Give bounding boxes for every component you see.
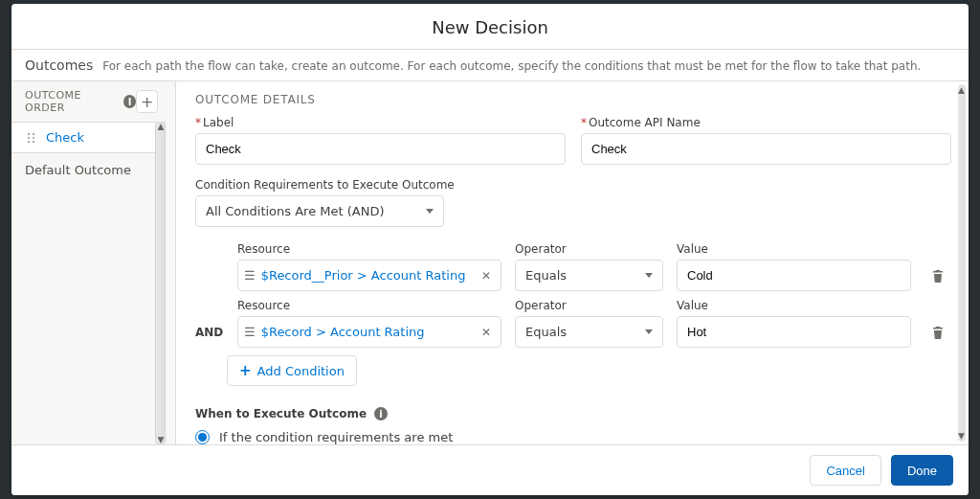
condition-req-combo[interactable]: All Conditions Are Met (AND) [195, 195, 444, 227]
execute-radio-1[interactable]: If the condition requirements are met [195, 430, 951, 444]
chevron-down-icon [426, 209, 434, 214]
outcome-details-panel: ▲ OUTCOME DETAILS *Label *Outcome API Na… [176, 81, 969, 444]
value-col-header-2: Value [677, 299, 911, 312]
radio-icon-checked[interactable] [195, 430, 210, 444]
add-condition-button[interactable]: + Add Condition [227, 355, 357, 386]
operator-combo-2[interactable]: Equals [515, 316, 663, 348]
modal-header: New Decision [11, 4, 969, 50]
resource-input-2[interactable]: ☰ $Record > Account Rating ✕ [237, 316, 501, 348]
decision-modal: New Decision Outcomes For each path the … [11, 4, 969, 495]
svg-point-4 [28, 140, 30, 142]
drag-handle-icon[interactable] [25, 131, 38, 145]
outcomes-hint: For each path the flow can take, create … [102, 59, 921, 73]
scroll-down-icon[interactable]: ▼ [157, 435, 165, 444]
outcomes-subheader: Outcomes For each path the flow can take… [11, 50, 969, 81]
info-icon[interactable]: i [123, 95, 136, 108]
sidebar-item-default[interactable]: Default Outcome [11, 153, 166, 187]
and-connector: AND [195, 326, 224, 348]
scroll-up-icon[interactable]: ▲ [157, 122, 165, 131]
condition-req-label: Condition Requirements to Execute Outcom… [195, 178, 951, 192]
operator-col-header-2: Operator [515, 299, 663, 312]
api-name-field-label: Outcome API Name [589, 116, 701, 129]
value-input-1[interactable] [677, 260, 911, 291]
operator-col-header: Operator [515, 242, 663, 256]
outcome-sidebar: OUTCOME ORDER i + ▲ Check Default Outcom… [11, 81, 176, 444]
outcomes-title: Outcomes [25, 57, 93, 73]
clear-resource-2[interactable]: ✕ [478, 326, 495, 339]
resource-col-header: Resource [237, 242, 501, 256]
details-section-header: OUTCOME DETAILS [195, 93, 951, 106]
operator-value-2: Equals [525, 325, 567, 339]
outcome-order-label: OUTCOME ORDER [25, 89, 118, 114]
add-condition-label: Add Condition [257, 364, 345, 378]
resource-input-1[interactable]: ☰ $Record__Prior > Account Rating ✕ [237, 260, 501, 291]
label-input[interactable] [195, 133, 566, 165]
label-field-label: Label [203, 116, 234, 129]
svg-point-3 [33, 136, 34, 138]
delete-condition-2[interactable] [924, 316, 951, 348]
operator-value-1: Equals [525, 268, 567, 283]
sidebar-item-check[interactable]: Check [11, 122, 166, 153]
resource-value-2: $Record > Account Rating [261, 325, 472, 339]
done-button[interactable]: Done [891, 455, 953, 486]
value-col-header: Value [677, 242, 911, 256]
svg-point-0 [28, 132, 30, 134]
cancel-button[interactable]: Cancel [810, 455, 880, 486]
resource-value-1: $Record__Prior > Account Rating [261, 268, 472, 283]
resource-col-header-2: Resource [237, 299, 501, 312]
clear-resource-1[interactable]: ✕ [478, 269, 495, 283]
execute-outcome-label: When to Execute Outcome [195, 407, 367, 420]
api-name-input[interactable] [581, 133, 951, 165]
main-scroll-down-icon[interactable]: ▼ [958, 431, 965, 441]
info-icon[interactable]: i [374, 407, 388, 420]
record-icon: ☰ [244, 326, 256, 338]
svg-point-5 [33, 140, 34, 142]
delete-condition-1[interactable] [924, 260, 951, 291]
modal-footer: Cancel Done [11, 444, 969, 495]
sidebar-item-label: Check [46, 130, 84, 145]
sidebar-header: OUTCOME ORDER i + [11, 81, 166, 122]
value-input-2[interactable] [677, 316, 911, 348]
operator-combo-1[interactable]: Equals [515, 260, 663, 291]
svg-point-2 [28, 136, 30, 138]
svg-point-1 [33, 132, 34, 134]
chevron-down-icon [645, 273, 653, 278]
main-scroll-up-icon[interactable]: ▲ [958, 85, 965, 95]
record-icon: ☰ [244, 269, 256, 282]
sidebar-scroll[interactable]: ▲ Check Default Outcome ▼ [11, 122, 166, 444]
chevron-down-icon [645, 329, 653, 334]
plus-icon: + [239, 362, 252, 379]
condition-req-value: All Conditions Are Met (AND) [206, 204, 385, 218]
radio-label-1: If the condition requirements are met [219, 430, 453, 444]
add-outcome-button[interactable]: + [136, 90, 158, 113]
modal-title: New Decision [11, 17, 969, 37]
